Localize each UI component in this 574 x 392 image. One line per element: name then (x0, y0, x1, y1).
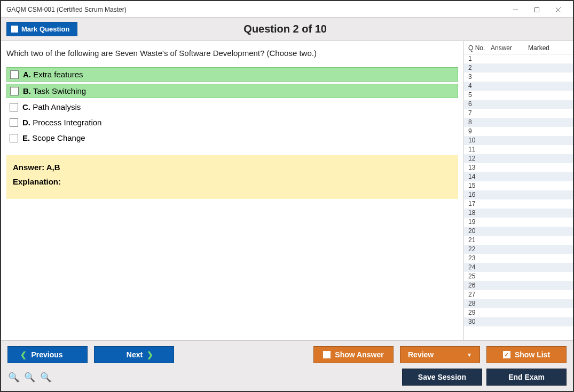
question-list-row[interactable]: 15 (464, 181, 573, 190)
header-qno: Q No. (466, 44, 491, 52)
question-marked (528, 245, 571, 253)
previous-button[interactable]: ❮ Previous (7, 346, 88, 363)
question-list[interactable]: 1234567891011121314151617181920212223242… (464, 54, 573, 340)
question-list-row[interactable]: 27 (464, 290, 573, 299)
question-list-row[interactable]: 11 (464, 145, 573, 154)
question-answer (491, 164, 528, 172)
question-answer (491, 73, 528, 81)
question-marked (528, 191, 571, 199)
answer-label: Answer: A,B (13, 163, 452, 172)
question-list-row[interactable]: 23 (464, 254, 573, 263)
question-list-row[interactable]: 10 (464, 136, 573, 145)
show-list-button[interactable]: ✓ Show List (486, 346, 567, 363)
options-list: A. Extra featuresB. Task SwitchingC. Pat… (6, 67, 458, 147)
zoom-in-icon[interactable]: 🔍+ (7, 371, 19, 383)
option-row[interactable]: E. Scope Change (6, 131, 458, 145)
question-list-row[interactable]: 22 (464, 245, 573, 254)
question-number: 1 (466, 55, 491, 63)
question-marked (528, 109, 571, 117)
question-number: 17 (466, 200, 491, 208)
option-label: E. Scope Change (22, 133, 85, 142)
zoom-reset-icon[interactable]: 🔍 (23, 371, 35, 383)
show-answer-label: Show Answer (335, 350, 383, 359)
question-number: 20 (466, 227, 491, 235)
question-answer (491, 318, 528, 326)
question-list-row[interactable]: 9 (464, 127, 573, 136)
question-list-row[interactable]: 30 (464, 317, 573, 326)
option-checkbox[interactable] (10, 103, 18, 111)
previous-label: Previous (31, 350, 62, 359)
question-list-row[interactable]: 19 (464, 218, 573, 227)
question-marked (528, 127, 571, 135)
option-row[interactable]: D. Process Integration (6, 116, 458, 129)
question-list-row[interactable]: 28 (464, 299, 573, 308)
checkbox-icon (323, 351, 331, 358)
window-controls (505, 3, 569, 16)
question-list-row[interactable]: 14 (464, 172, 573, 181)
question-number: 21 (466, 236, 491, 244)
question-list-row[interactable]: 7 (464, 109, 573, 118)
question-answer (491, 273, 528, 281)
question-answer (491, 100, 528, 108)
question-list-row[interactable]: 17 (464, 199, 573, 209)
question-number: 6 (466, 100, 491, 108)
option-checkbox[interactable] (10, 70, 19, 79)
option-row[interactable]: B. Task Switching (6, 84, 458, 98)
zoom-out-icon[interactable]: 🔍− (40, 371, 51, 383)
question-marked (528, 300, 571, 308)
question-number: 18 (466, 209, 491, 217)
option-checkbox[interactable] (10, 134, 18, 142)
option-row[interactable]: A. Extra features (6, 67, 458, 82)
question-answer (491, 109, 528, 117)
question-list-row[interactable]: 26 (464, 281, 573, 290)
question-list-row[interactable]: 25 (464, 272, 573, 281)
review-button[interactable]: Review ▼ (400, 346, 480, 363)
question-answer (491, 146, 528, 154)
question-answer (491, 64, 528, 72)
question-number: 26 (466, 282, 491, 290)
header-marked: Marked (528, 44, 571, 52)
question-marked (528, 91, 571, 99)
save-session-button[interactable]: Save Session (402, 369, 482, 386)
question-list-row[interactable]: 2 (464, 63, 573, 73)
titlebar: GAQM CSM-001 (Certified Scrum Master) (1, 1, 573, 17)
question-answer (491, 291, 528, 299)
question-list-row[interactable]: 13 (464, 163, 573, 172)
question-list-row[interactable]: 3 (464, 73, 573, 82)
next-button[interactable]: Next ❯ (94, 346, 174, 363)
option-checkbox[interactable] (10, 118, 18, 127)
question-number: 28 (466, 300, 491, 308)
question-answer (491, 300, 528, 308)
option-row[interactable]: C. Path Analysis (6, 100, 458, 114)
question-number: 19 (466, 218, 491, 226)
maximize-button[interactable] (526, 3, 547, 16)
end-exam-button[interactable]: End Exam (486, 369, 567, 386)
question-list-row[interactable]: 4 (464, 82, 573, 91)
question-list-row[interactable]: 6 (464, 100, 573, 109)
minimize-button[interactable] (505, 3, 526, 16)
question-list-row[interactable]: 16 (464, 190, 573, 199)
close-button[interactable] (547, 3, 569, 16)
question-list-row[interactable]: 29 (464, 308, 573, 317)
show-answer-button[interactable]: Show Answer (313, 346, 394, 363)
question-list-row[interactable]: 18 (464, 209, 573, 218)
question-list-row[interactable]: 24 (464, 263, 573, 272)
question-list-row[interactable]: 5 (464, 91, 573, 100)
mark-question-button[interactable]: Mark Question (6, 22, 77, 36)
question-number: 24 (466, 263, 491, 271)
header-bar: Mark Question Question 2 of 10 (1, 17, 573, 41)
svg-rect-1 (534, 7, 539, 12)
chevron-down-icon: ▼ (467, 352, 472, 358)
chevron-right-icon: ❯ (147, 350, 153, 359)
question-list-row[interactable]: 12 (464, 154, 573, 163)
question-list-row[interactable]: 20 (464, 227, 573, 236)
question-number: 12 (466, 155, 491, 163)
question-marked (528, 282, 571, 290)
question-marked (528, 173, 571, 181)
question-marked (528, 254, 571, 262)
question-list-row[interactable]: 21 (464, 236, 573, 245)
option-checkbox[interactable] (10, 87, 19, 95)
question-number: 22 (466, 245, 491, 253)
question-list-row[interactable]: 1 (464, 54, 573, 63)
question-list-row[interactable]: 8 (464, 118, 573, 127)
